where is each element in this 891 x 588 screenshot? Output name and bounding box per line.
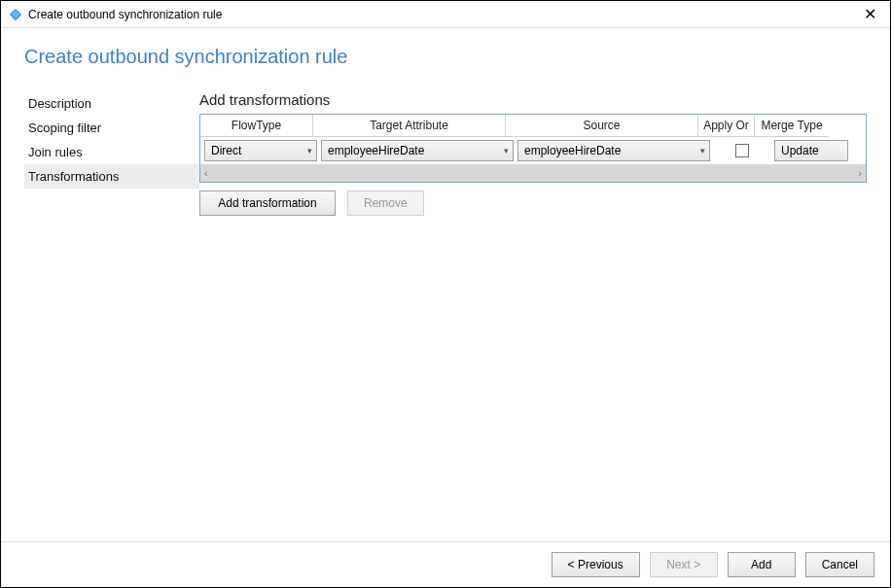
wizard-footer: < Previous Next > Add Cancel [1,541,890,587]
sidebar-item-transformations[interactable]: Transformations [24,164,199,189]
next-button: Next > [650,552,718,577]
grid-button-row: Add transformation Remove [199,190,867,216]
flowtype-value: Direct [211,144,241,157]
scroll-right-icon[interactable]: › [858,167,862,179]
wizard-sidebar: Description Scoping filter Join rules Tr… [24,91,199,541]
merge-value: Update [781,144,819,157]
horizontal-scrollbar[interactable]: ‹ › [200,164,866,182]
grid-header: FlowType Target Attribute Source Apply O… [200,115,866,137]
col-header-target[interactable]: Target Attribute [313,115,506,137]
close-button[interactable]: ✕ [858,7,882,22]
chevron-down-icon: ▾ [700,146,705,156]
section-title: Add transformations [199,91,867,108]
main-panel: Add transformations FlowType Target Attr… [199,91,867,541]
previous-button[interactable]: < Previous [552,552,640,577]
col-header-apply-or[interactable]: Apply Or [698,115,755,137]
col-header-flowtype[interactable]: FlowType [200,115,313,137]
target-value: employeeHireDate [328,144,424,157]
sidebar-item-description[interactable]: Description [24,91,199,116]
window-title: Create outbound synchronization rule [28,8,222,21]
content-area: Create outbound synchronization rule Des… [1,28,890,541]
cancel-button[interactable]: Cancel [805,552,874,577]
apply-once-cell [714,144,770,157]
sidebar-item-scoping-filter[interactable]: Scoping filter [24,116,199,140]
flowtype-dropdown[interactable]: Direct ▾ [204,140,317,161]
target-attribute-dropdown[interactable]: employeeHireDate ▾ [321,140,514,161]
dialog-window: Create outbound synchronization rule ✕ C… [0,0,891,588]
grid-row: Direct ▾ employeeHireDate ▾ employeeHire… [200,137,866,164]
source-value: employeeHireDate [524,144,621,157]
add-button[interactable]: Add [728,552,796,577]
col-header-source[interactable]: Source [506,115,698,137]
source-dropdown[interactable]: employeeHireDate ▾ [517,140,710,161]
scroll-left-icon[interactable]: ‹ [204,167,208,179]
transformations-grid: FlowType Target Attribute Source Apply O… [199,114,867,183]
apply-once-checkbox[interactable] [735,144,749,157]
merge-type-dropdown[interactable]: Update [774,140,848,161]
col-header-merge[interactable]: Merge Type [755,115,829,137]
sidebar-item-join-rules[interactable]: Join rules [24,140,199,164]
app-icon [9,8,22,21]
add-transformation-button[interactable]: Add transformation [199,190,336,216]
chevron-down-icon: ▾ [307,146,312,156]
title-bar: Create outbound synchronization rule ✕ [1,1,890,28]
page-heading: Create outbound synchronization rule [24,46,867,68]
body-row: Description Scoping filter Join rules Tr… [24,91,867,541]
remove-button: Remove [347,190,424,216]
chevron-down-icon: ▾ [504,146,509,156]
